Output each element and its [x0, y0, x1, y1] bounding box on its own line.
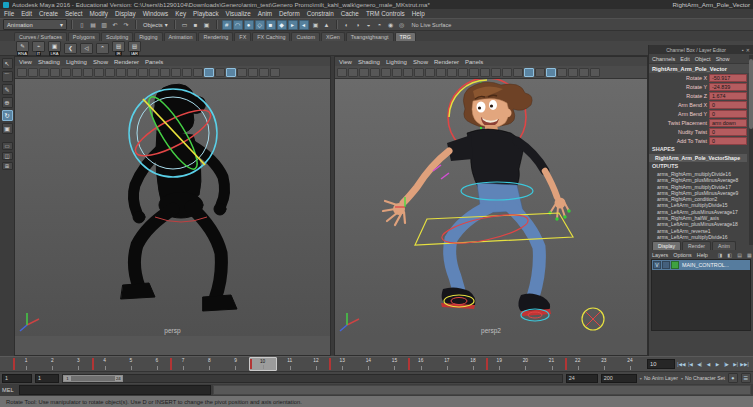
- select-by-component-icon[interactable]: ▣: [202, 20, 212, 30]
- channel-value-field[interactable]: 0: [709, 128, 747, 136]
- channel-value-field[interactable]: 0: [709, 101, 747, 109]
- shelf-arrow-left-button[interactable]: ❮: [64, 43, 77, 54]
- layer-editor-tab-anim[interactable]: Anim: [712, 241, 736, 250]
- menu-edit[interactable]: Edit: [21, 10, 32, 17]
- snap-to-point-icon[interactable]: ●: [244, 20, 254, 30]
- anim-layer-dropdown[interactable]: ▾ No Anim Layer: [640, 374, 678, 383]
- menu-windows[interactable]: Windows: [143, 10, 169, 17]
- viewport-menu-shading[interactable]: Shading: [38, 59, 60, 65]
- layer-editor-tab-render[interactable]: Render: [682, 241, 711, 250]
- playback-start-field[interactable]: 1: [2, 374, 32, 383]
- viewport-menu-renderer[interactable]: Renderer: [114, 59, 139, 65]
- output-node-item[interactable]: arms_LeftArm_plusMinusAverage18: [649, 221, 753, 227]
- snap-to-plane-icon[interactable]: ◇: [255, 20, 265, 30]
- menu-modify[interactable]: Modify: [89, 10, 108, 17]
- snap-to-curve-icon[interactable]: ◠: [233, 20, 243, 30]
- ipr-render-icon[interactable]: ◒: [364, 20, 374, 30]
- viewport-menu-show[interactable]: Show: [93, 59, 108, 65]
- time-slider-frame[interactable]: 20: [512, 357, 538, 371]
- close-icon[interactable]: ✕: [745, 47, 751, 53]
- layer-visibility-toggle[interactable]: V: [653, 261, 661, 269]
- layout-four-pane-button[interactable]: ⊞: [2, 162, 13, 170]
- time-slider-frame[interactable]: 18: [460, 357, 486, 371]
- time-slider-frame[interactable]: 3: [65, 357, 91, 371]
- layer-editor-menu-layers[interactable]: Layers: [652, 252, 668, 258]
- shelf-tab-fx-caching[interactable]: FX Caching: [252, 32, 290, 41]
- viewport-tool-icon[interactable]: [535, 68, 545, 77]
- command-language-label[interactable]: MEL: [2, 387, 17, 393]
- viewport-tool-icon[interactable]: [436, 68, 446, 77]
- viewport-menu-panels[interactable]: Panels: [465, 59, 483, 65]
- viewport-tool-icon[interactable]: [171, 68, 181, 77]
- layer-color-swatch[interactable]: [671, 261, 679, 269]
- menu-trm-controls[interactable]: TRM Controls: [366, 10, 405, 17]
- viewport-tool-icon[interactable]: [392, 68, 402, 77]
- shelf-tab-animation[interactable]: Animation: [164, 32, 198, 41]
- animation-preferences-button[interactable]: ☰: [741, 373, 751, 383]
- viewport-menu-show[interactable]: Show: [413, 59, 428, 65]
- viewport-tool-icon[interactable]: [513, 68, 523, 77]
- new-layer-from-selected-icon[interactable]: ▦: [747, 252, 752, 258]
- viewport-tool-icon[interactable]: [39, 68, 49, 77]
- frame-track[interactable]: 123456789101112131415161718192021222324: [13, 357, 643, 371]
- channel-label[interactable]: Nudity Twist: [649, 129, 709, 135]
- menu-cache[interactable]: Cache: [341, 10, 359, 17]
- animation-start-field[interactable]: 1: [35, 374, 59, 383]
- save-scene-icon[interactable]: ▥: [99, 20, 109, 30]
- viewport-tool-icon[interactable]: [579, 68, 589, 77]
- viewport-tool-icon[interactable]: [116, 68, 126, 77]
- shelf-tab-custom[interactable]: Custom: [291, 32, 320, 41]
- viewport-tool-icon[interactable]: [160, 68, 170, 77]
- go-to-end-button[interactable]: ▶▶|: [740, 358, 749, 370]
- viewport-tool-icon[interactable]: [94, 68, 104, 77]
- time-slider-frame[interactable]: 8: [196, 357, 222, 371]
- shelf-ik-button[interactable]: ⌁IT: [32, 41, 45, 56]
- viewport-tool-icon[interactable]: [502, 68, 512, 77]
- new-scene-icon[interactable]: ▯: [77, 20, 87, 30]
- viewport-menu-renderer[interactable]: Renderer: [434, 59, 459, 65]
- layer-row[interactable]: VMAIN_CONTROL...: [652, 260, 750, 270]
- time-slider-frame[interactable]: 21: [538, 357, 564, 371]
- menu-display[interactable]: Display: [115, 10, 136, 17]
- display-render-globals-icon[interactable]: ◎: [397, 20, 407, 30]
- scrollbar-thumb[interactable]: [749, 59, 753, 129]
- viewport-tool-icon[interactable]: [193, 68, 203, 77]
- viewport-tool-icon[interactable]: [182, 68, 192, 77]
- channel-box-header[interactable]: Channel Box / Layer Editor ▪ ✕: [649, 45, 753, 54]
- snap-to-grid-icon[interactable]: #: [222, 20, 232, 30]
- move-layer-up-icon[interactable]: ◨: [718, 252, 723, 258]
- channel-value-field[interactable]: -24.839: [709, 83, 747, 91]
- menu-file[interactable]: File: [4, 10, 14, 17]
- play-forwards-button[interactable]: ▶: [713, 358, 722, 370]
- undo-icon[interactable]: ↶: [110, 20, 120, 30]
- open-scene-icon[interactable]: ▤: [88, 20, 98, 30]
- shelf-rig-button[interactable]: ▣LRA: [48, 41, 61, 56]
- time-slider-frame[interactable]: 15: [381, 357, 407, 371]
- move-layer-down-icon[interactable]: ◧: [728, 252, 733, 258]
- viewport-tool-icon[interactable]: [524, 68, 534, 77]
- viewport-tool-icon[interactable]: [337, 68, 347, 77]
- animation-end-field[interactable]: 200: [601, 374, 637, 383]
- menu-playback[interactable]: Playback: [193, 10, 219, 17]
- step-forward-frame-button[interactable]: ▶|: [731, 358, 740, 370]
- shelf-tab-polygons[interactable]: Polygons: [68, 32, 100, 41]
- command-input[interactable]: [19, 385, 211, 395]
- channel-value-field[interactable]: 0: [709, 137, 747, 145]
- redo-icon[interactable]: ↷: [121, 20, 131, 30]
- time-slider-frame[interactable]: 23: [591, 357, 617, 371]
- viewport-left-canvas[interactable]: persp: [15, 79, 330, 336]
- channel-value-field[interactable]: -50.917: [709, 74, 747, 82]
- channel-label[interactable]: Arm Bend X: [649, 102, 709, 108]
- viewport-menu-view[interactable]: View: [339, 59, 352, 65]
- shelf-tab-tsangstghsangt[interactable]: Tsangstghsangt: [346, 32, 394, 41]
- shelf-tab-xgen[interactable]: XGen: [321, 32, 345, 41]
- shelf-flag-button[interactable]: ◁: [80, 43, 93, 54]
- time-slider-frame[interactable]: 7: [170, 357, 196, 371]
- scale-tool[interactable]: ▣: [2, 123, 13, 134]
- channel-label[interactable]: Rotate Y: [649, 84, 709, 90]
- render-settings-icon[interactable]: ◉: [386, 20, 396, 30]
- time-slider-frame[interactable]: 5: [118, 357, 144, 371]
- channel-label[interactable]: Rotate X: [649, 75, 709, 81]
- step-forward-key-button[interactable]: |▶: [722, 358, 731, 370]
- range-slider-groove[interactable]: 1 24: [62, 374, 563, 383]
